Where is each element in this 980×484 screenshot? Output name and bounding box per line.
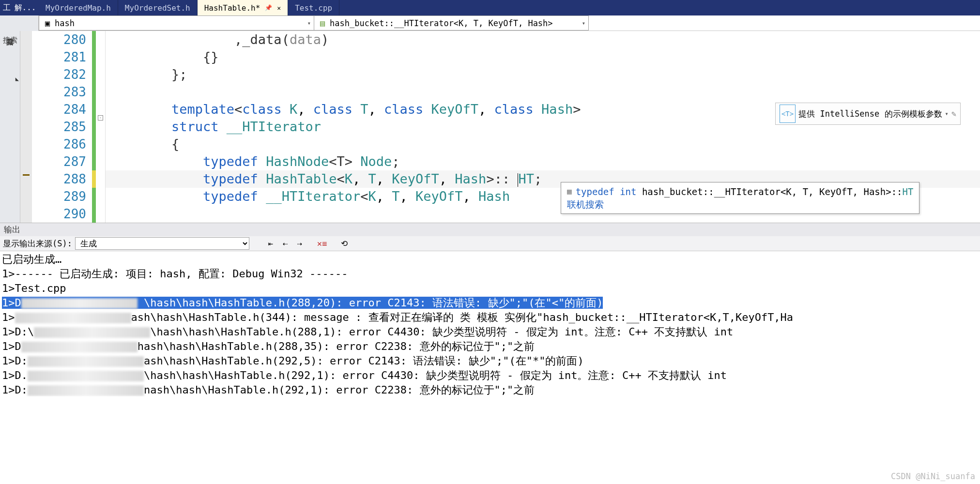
pin-icon[interactable]: 📌 — [265, 4, 272, 11]
navigation-bar: ▣ hash ▾ ▤ hash_bucket::__HTIterator<K, … — [0, 15, 980, 31]
intellisense-hint[interactable]: <T> 提供 IntelliSense 的示例模板参数 ▾ ✎ — [775, 103, 961, 125]
output-line: 1>Dhash\hash\HashTable.h(288,35): error … — [2, 339, 978, 354]
line-number: 286 — [32, 136, 86, 153]
next-message-icon[interactable]: ⇠ — [279, 238, 291, 249]
output-panel-title: 输出 — [0, 223, 980, 236]
search-label[interactable]: 搜索 — [0, 36, 20, 45]
chevron-down-icon: ▾ — [582, 20, 585, 27]
output-line: 1>D \hash\hash\HashTable.h(288,20): erro… — [2, 296, 978, 310]
tab-hashtableh[interactable]: HashTable.h*📌✕ — [198, 0, 288, 15]
clear-all-icon[interactable]: ⟲ — [338, 238, 350, 249]
line-number: 284 — [32, 101, 86, 118]
fold-toggle[interactable]: - — [98, 115, 103, 121]
change-marks — [91, 31, 97, 223]
output-line: 1>ash\hash\HashTable.h(344): message : 查… — [2, 310, 978, 325]
quickinfo-tooltip: ▦ typedef int hash_bucket::__HTIterator<… — [561, 182, 919, 214]
output-line: 1>Test.cpp — [2, 281, 978, 296]
template-icon: <T> — [780, 105, 796, 123]
tab-bar: 工解... MyOrderedMap.hMyOrderedSet.hHashTa… — [0, 0, 980, 15]
output-toolbar: 显示输出来源(S): 生成 ⇤ ⇠ ⇢ ✕≡ ⟲ — [0, 236, 980, 251]
watermark: CSDN @NiNi_suanfa — [891, 471, 975, 481]
output-line: 1>D:\\hash\hash\HashTable.h(288,1): erro… — [2, 325, 978, 339]
toggle-wrap-icon[interactable]: ✕≡ — [316, 238, 328, 249]
line-number: 287 — [32, 153, 86, 170]
bookmark-icon — [23, 174, 30, 176]
line-number: 289 — [32, 188, 86, 205]
breakpoint-margin[interactable] — [20, 31, 32, 223]
member-dropdown[interactable]: ▤ hash_bucket::__HTIterator<K, T, KeyOfT… — [314, 15, 589, 30]
intellisense-text: 提供 IntelliSense 的示例模板参数 — [798, 105, 942, 122]
line-number: 282 — [32, 66, 86, 83]
online-search-link[interactable]: 联机搜索 — [567, 199, 604, 210]
edit-icon[interactable]: ✎ — [951, 105, 956, 122]
toolbox-toggle[interactable]: 工解... — [0, 0, 39, 15]
tab-myorderedmaph[interactable]: MyOrderedMap.h — [39, 0, 118, 15]
tab-testcpp[interactable]: Test.cpp — [288, 0, 339, 15]
code-area[interactable]: ,_data(data) {} }; template<class K, cla… — [106, 31, 980, 223]
output-line: 1>------ 已启动生成: 项目: hash, 配置: Debug Win3… — [2, 267, 978, 281]
line-numbers: 280281282283284285286287288289290 — [32, 31, 91, 223]
line-number: 283 — [32, 83, 86, 101]
line-number: 288 — [32, 170, 86, 188]
clear-icon[interactable]: ⇢ — [294, 238, 306, 249]
output-source-select[interactable]: 生成 — [75, 237, 249, 250]
chevron-down-icon: ▾ — [307, 20, 311, 27]
namespace-icon: ▣ — [43, 20, 52, 27]
close-icon[interactable]: ✕ — [277, 4, 281, 12]
line-number: 285 — [32, 118, 86, 136]
chevron-down-icon[interactable]: ▾ — [945, 105, 949, 122]
line-number: 280 — [32, 31, 86, 48]
fold-margin[interactable]: - — [97, 31, 106, 223]
symbol-icon: ▦ — [567, 185, 572, 198]
output-line: 1>D:nash\hash\HashTable.h(292,1): error … — [2, 383, 978, 396]
side-panel: 工具箱 搜索 ◣ — [0, 31, 20, 223]
scope-dropdown[interactable]: ▣ hash ▾ — [39, 15, 314, 30]
output-body[interactable]: 已启动生成…1>------ 已启动生成: 项目: hash, 配置: Debu… — [0, 251, 980, 396]
output-line: 已启动生成… — [2, 252, 978, 267]
prev-message-icon[interactable]: ⇤ — [265, 238, 276, 249]
code-editor: 工具箱 搜索 ◣ 2802812822832842852862872882892… — [0, 31, 980, 223]
line-number: 281 — [32, 48, 86, 66]
tab-myorderedseth[interactable]: MyOrderedSet.h — [118, 0, 198, 15]
output-line: 1>D.\hash\hash\HashTable.h(292,1): error… — [2, 368, 978, 383]
struct-icon: ▤ — [318, 20, 327, 27]
collapse-icon[interactable]: ◣ — [15, 76, 19, 82]
line-number: 290 — [32, 205, 86, 223]
output-line: 1>D:ash\hash\HashTable.h(292,5): error C… — [2, 354, 978, 368]
output-source-label: 显示输出来源(S): — [3, 238, 72, 249]
